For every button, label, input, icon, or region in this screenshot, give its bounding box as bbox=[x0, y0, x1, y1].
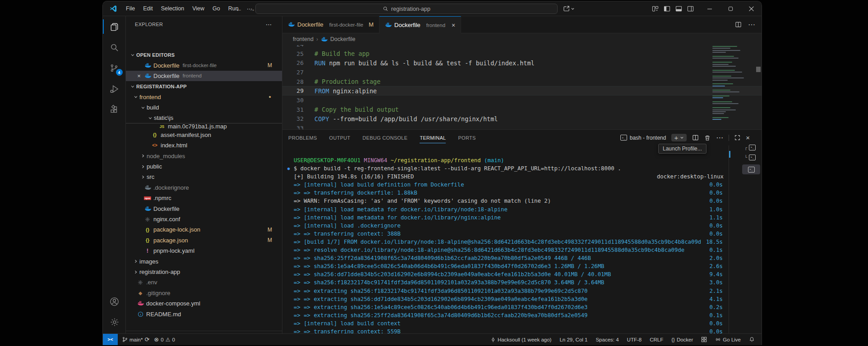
terminal-line: => => resolve docker.io/library/node:18-… bbox=[282, 246, 762, 254]
activity-run-and-debug[interactable] bbox=[103, 78, 126, 99]
split-editor-icon[interactable] bbox=[735, 21, 742, 28]
toggle-secondary-sidebar-icon[interactable] bbox=[687, 5, 694, 12]
tree-item[interactable]: JSmain.0c791ba1.js.map bbox=[126, 123, 282, 130]
menu-go[interactable]: Go bbox=[208, 4, 224, 14]
close-panel-icon[interactable]: × bbox=[746, 134, 750, 141]
breadcrumb-folder[interactable]: frontend bbox=[293, 36, 314, 42]
open-remote-window-icon[interactable] bbox=[563, 1, 575, 16]
maximize-button[interactable] bbox=[720, 1, 741, 16]
terminal-tab-active[interactable]: >_ bbox=[742, 164, 760, 174]
editor-tab[interactable]: Dockerfilefirst-docker-fileM bbox=[282, 16, 379, 33]
toggle-sidebar-icon[interactable] bbox=[664, 5, 670, 12]
tree-item[interactable]: public bbox=[126, 161, 282, 172]
panel-tab-debug-console[interactable]: DEBUG CONSOLE bbox=[363, 130, 408, 146]
sync-icon[interactable]: ⟳ bbox=[144, 336, 149, 343]
code-editor[interactable]: 2425# Build the app26RUN npm run build &… bbox=[282, 45, 762, 129]
terminal-line: => => sha256:1e5a4c89cee5c0826c540ab06d4… bbox=[282, 262, 762, 270]
panel-tab-problems[interactable]: PROBLEMS bbox=[288, 130, 317, 146]
activity-accounts[interactable] bbox=[103, 291, 126, 312]
forward-arrow-icon[interactable]: → bbox=[249, 5, 255, 13]
editor-scrollbar[interactable] bbox=[756, 67, 761, 72]
menu-view[interactable]: View bbox=[188, 4, 208, 14]
close-icon[interactable]: × bbox=[134, 73, 144, 79]
sidebar-header: EXPLORER⋯ bbox=[126, 16, 282, 32]
tree-item[interactable]: docker-compose.yml bbox=[126, 298, 282, 309]
command-center-search[interactable]: registration-app bbox=[255, 4, 558, 14]
toggle-panel-icon[interactable] bbox=[675, 5, 682, 12]
back-arrow-icon[interactable]: ← bbox=[235, 5, 242, 13]
menu-selection[interactable]: Selection bbox=[157, 4, 188, 14]
tree-item[interactable]: registration-app bbox=[126, 267, 282, 277]
status-item-ln-29-col-1[interactable]: Ln 29, Col 1 bbox=[557, 337, 590, 342]
branch-status[interactable]: main*⟳ bbox=[120, 336, 152, 343]
chevron-down-icon[interactable] bbox=[680, 136, 684, 140]
activity-extensions[interactable] bbox=[103, 99, 126, 120]
panel-more-icon[interactable]: ⋯ bbox=[716, 133, 723, 142]
split-terminal-icon[interactable] bbox=[692, 134, 699, 141]
close-icon[interactable]: × bbox=[452, 22, 455, 29]
terminal-session-label[interactable]: >_bash - frontend bbox=[620, 135, 666, 141]
tree-item[interactable]: Dockerfile bbox=[126, 203, 282, 214]
terminal-tab-split-bottom[interactable]: └>_ bbox=[734, 152, 760, 162]
tree-item[interactable]: !pnpm-lock.yaml bbox=[126, 246, 282, 256]
panel-tab-terminal[interactable]: TERMINAL bbox=[420, 130, 446, 146]
panel-tab-output[interactable]: OUTPUT bbox=[329, 130, 351, 146]
tree-item[interactable]: .dockerignore bbox=[126, 182, 282, 193]
activity-settings[interactable] bbox=[103, 312, 126, 332]
remote-indicator[interactable]: >< bbox=[103, 334, 118, 345]
editor-tab[interactable]: Dockerfilefrontend× bbox=[379, 16, 461, 33]
new-terminal-button[interactable]: + bbox=[671, 134, 687, 141]
tree-item[interactable]: node_modules bbox=[126, 151, 282, 161]
menu-file[interactable]: File bbox=[122, 4, 139, 14]
tree-item[interactable]: {}package.jsonM bbox=[126, 235, 282, 246]
status-item-go-live[interactable]: Go Live bbox=[713, 337, 743, 342]
explorer-more-icon[interactable]: ⋯ bbox=[266, 21, 272, 28]
open-editor-item[interactable]: Dockerfilefirst-docker-fileM bbox=[126, 60, 282, 70]
status-item-extension-grid[interactable] bbox=[699, 337, 709, 342]
tree-item[interactable]: ◆.gitignore bbox=[126, 288, 282, 298]
kill-terminal-icon[interactable] bbox=[704, 135, 711, 141]
problems-status[interactable]: ⊗0⚠0 bbox=[152, 336, 177, 343]
tree-item[interactable]: {}asset-manifest.json bbox=[126, 130, 282, 140]
panel-tab-ports[interactable]: PORTS bbox=[458, 130, 476, 146]
project-root-header[interactable]: REGISTRATION-APP bbox=[126, 81, 282, 91]
tree-item[interactable]: nginx.conf bbox=[126, 214, 282, 224]
tree-item[interactable]: .env bbox=[126, 277, 282, 287]
tree-item[interactable]: src bbox=[126, 172, 282, 182]
status-item-bell[interactable] bbox=[747, 337, 757, 342]
open-editor-item[interactable]: ×Dockerfilefrontend bbox=[126, 71, 282, 81]
status-item-hacksoull-1-week-ago-[interactable]: Hacksoull (1 week ago) bbox=[488, 337, 554, 342]
tree-item[interactable]: build bbox=[126, 102, 282, 113]
status-item-utf-8[interactable]: UTF-8 bbox=[625, 337, 644, 342]
tree-item[interactable]: frontend● bbox=[126, 92, 282, 102]
open-editors-header[interactable]: OPEN EDITORS bbox=[126, 50, 282, 60]
tree-item[interactable]: images bbox=[126, 256, 282, 266]
tree-item[interactable]: static\js bbox=[126, 113, 282, 123]
line-number: 32 bbox=[282, 115, 304, 122]
close-button[interactable] bbox=[741, 1, 762, 16]
status-item-crlf[interactable]: CRLF bbox=[647, 337, 665, 342]
minimap-line bbox=[712, 77, 744, 78]
terminal-scrollbar[interactable] bbox=[729, 151, 730, 158]
maximize-panel-icon[interactable] bbox=[734, 135, 740, 141]
terminal-tab-split-top[interactable]: ┌>_ bbox=[734, 142, 760, 152]
breadcrumb-file[interactable]: Dockerfile bbox=[330, 36, 356, 42]
status-item-spaces-4[interactable]: Spaces: 4 bbox=[593, 337, 621, 342]
tree-item[interactable]: npm.npmrc bbox=[126, 193, 282, 203]
tree-item[interactable]: {}package-lock.jsonM bbox=[126, 224, 282, 235]
plus-icon[interactable]: + bbox=[674, 135, 678, 141]
activity-search[interactable] bbox=[103, 37, 126, 58]
minimap[interactable] bbox=[712, 46, 755, 121]
menu-edit[interactable]: Edit bbox=[139, 4, 157, 14]
terminal-output[interactable]: USER@DESKTOP-M0F4OU1 MINGW64 ~/registrat… bbox=[282, 146, 762, 333]
minimize-button[interactable] bbox=[699, 1, 720, 16]
activity-source-control[interactable]: 4 bbox=[103, 58, 126, 78]
editor-more-icon[interactable]: ⋯ bbox=[748, 20, 755, 29]
line-content: # Build the app bbox=[304, 50, 369, 57]
tree-item[interactable]: <>index.html bbox=[126, 140, 282, 150]
file-label: .dockerignore bbox=[153, 184, 189, 191]
tree-item[interactable]: README.md bbox=[126, 309, 282, 319]
customize-layout-icon[interactable] bbox=[652, 5, 659, 12]
activity-explorer[interactable] bbox=[103, 16, 126, 37]
status-item-docker[interactable]: {}Docker bbox=[669, 337, 695, 342]
